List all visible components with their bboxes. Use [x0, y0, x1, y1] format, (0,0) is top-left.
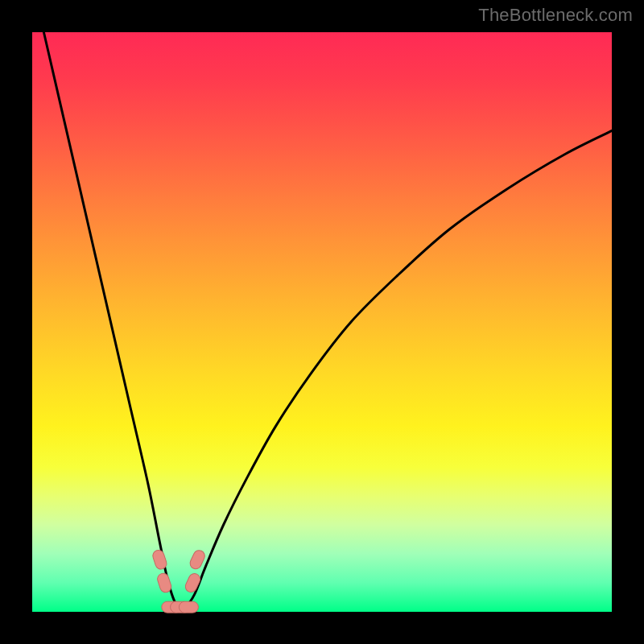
marker-bottom-c	[179, 601, 198, 613]
chart-svg	[32, 32, 612, 612]
chart-frame: TheBottleneck.com	[0, 0, 644, 644]
watermark-text: TheBottleneck.com	[478, 5, 633, 26]
bottleneck-curve	[43, 32, 612, 609]
marker-left-upper	[151, 549, 168, 571]
marker-left-lower	[156, 572, 173, 593]
marker-right-upper	[188, 548, 207, 571]
markers	[151, 548, 207, 613]
marker-right-lower	[184, 572, 202, 594]
